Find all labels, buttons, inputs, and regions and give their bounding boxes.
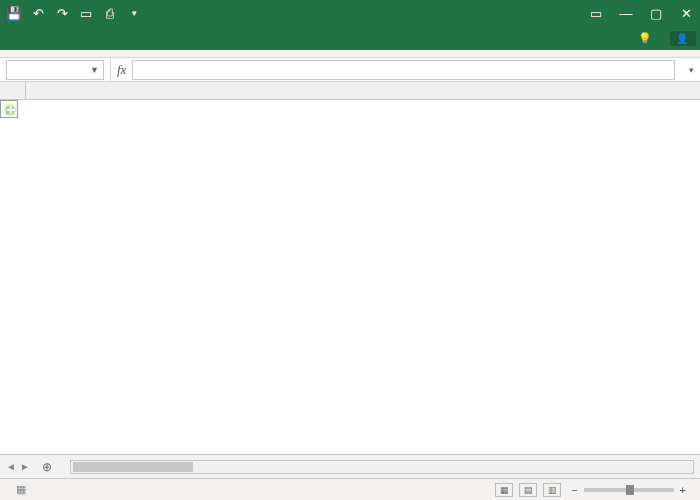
share-button[interactable]: 👤 — [670, 31, 696, 46]
zoom-slider[interactable] — [584, 488, 674, 492]
share-icon: 👤 — [676, 33, 688, 44]
page-layout-view-icon[interactable]: ▤ — [519, 483, 537, 497]
new-sheet-icon[interactable]: ⊕ — [36, 457, 58, 477]
new-icon[interactable]: ▭ — [78, 5, 94, 21]
page-break-view-icon[interactable]: ▥ — [543, 483, 561, 497]
formula-bar[interactable] — [132, 60, 675, 80]
status-bar: ▦ ▦ ▤ ▥ − + — [0, 478, 700, 500]
quick-access-toolbar: 💾 ↶ ↷ ▭ ⎙ ▾ — [6, 5, 142, 21]
sheet-nav[interactable]: ◄ ► — [6, 461, 36, 472]
normal-view-icon[interactable]: ▦ — [495, 483, 513, 497]
column-headers — [0, 82, 700, 100]
ribbon-collapsed — [0, 50, 700, 58]
macro-icon[interactable]: ▦ — [16, 483, 26, 496]
zoom-out-icon[interactable]: − — [571, 484, 577, 496]
sheet-tab-bar: ◄ ► ⊕ — [0, 454, 700, 478]
preview-icon[interactable]: ⎙ — [102, 5, 118, 21]
tell-me-icon: 💡 — [638, 32, 652, 45]
zoom-control: − + — [571, 484, 692, 496]
expand-formula-icon[interactable]: ▾ — [683, 65, 700, 75]
zoom-in-icon[interactable]: + — [680, 484, 686, 496]
grid-area[interactable]: ▦ — [0, 100, 700, 454]
nav-next-icon[interactable]: ► — [20, 461, 30, 472]
ribbon-options-icon[interactable]: ▭ — [588, 5, 604, 21]
chevron-down-icon[interactable]: ▼ — [90, 65, 99, 75]
title-bar: 💾 ↶ ↷ ▭ ⎙ ▾ ▭ — ▢ ✕ — [0, 0, 700, 26]
qat-more-icon[interactable]: ▾ — [126, 5, 142, 21]
save-icon[interactable]: 💾 — [6, 5, 22, 21]
cursor-indicator — [0, 100, 20, 120]
fx-icon[interactable]: fx — [110, 58, 132, 81]
undo-icon[interactable]: ↶ — [30, 5, 46, 21]
nav-prev-icon[interactable]: ◄ — [6, 461, 16, 472]
maximize-icon[interactable]: ▢ — [648, 5, 664, 21]
redo-icon[interactable]: ↷ — [54, 5, 70, 21]
window-controls: ▭ — ▢ ✕ — [588, 5, 694, 21]
ribbon-tabs: 💡 👤 — [0, 26, 700, 50]
select-all-corner[interactable] — [0, 82, 26, 99]
minimize-icon[interactable]: — — [618, 5, 634, 21]
view-buttons: ▦ ▤ ▥ — [495, 483, 561, 497]
horizontal-scrollbar[interactable] — [70, 460, 694, 474]
formula-bar-row: ▼ fx ▾ — [0, 58, 700, 82]
name-box[interactable]: ▼ — [6, 60, 104, 80]
close-icon[interactable]: ✕ — [678, 5, 694, 21]
